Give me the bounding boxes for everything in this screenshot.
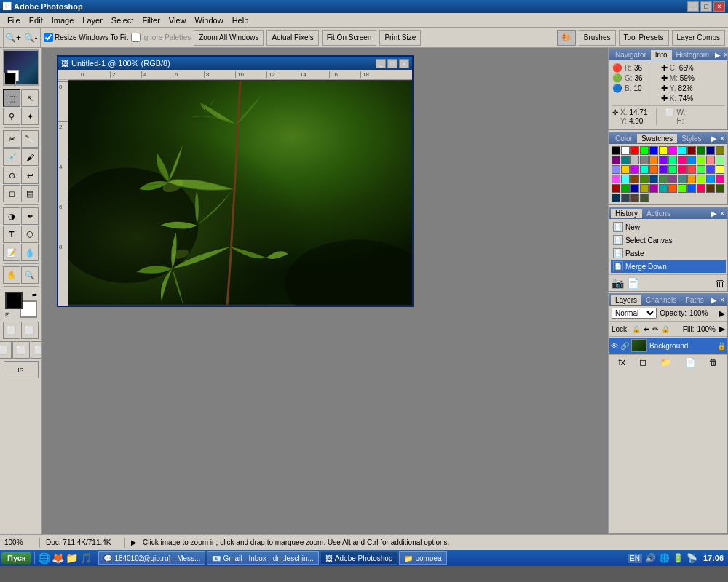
doc-maximize-btn[interactable]: □: [387, 59, 397, 68]
swatch[interactable]: [678, 175, 687, 183]
lock-all-btn[interactable]: 🔒: [661, 325, 670, 333]
ie-icon[interactable]: 🌐: [38, 552, 50, 564]
tab-layers[interactable]: Layers: [611, 295, 641, 305]
swatch[interactable]: [640, 194, 649, 202]
layer-item-background[interactable]: 👁 🔗 Background 🔒: [609, 338, 727, 354]
swatch[interactable]: [649, 175, 658, 183]
swatch[interactable]: [687, 146, 696, 155]
add-style-btn[interactable]: fx: [618, 357, 625, 367]
delete-layer-btn[interactable]: 🗑: [709, 357, 718, 367]
move-tool[interactable]: ↖: [21, 89, 39, 107]
quick-mask-btn[interactable]: ⬜: [21, 322, 39, 339]
tab-info[interactable]: Info: [651, 50, 672, 60]
swatch[interactable]: [612, 194, 620, 202]
hand-tool[interactable]: ✋: [3, 266, 20, 284]
start-button[interactable]: Пуск: [1, 552, 31, 564]
swatch[interactable]: [621, 194, 630, 202]
text-tool[interactable]: T: [3, 226, 20, 243]
menu-view[interactable]: View: [165, 15, 191, 26]
menu-select[interactable]: Select: [107, 15, 138, 26]
brushes-button[interactable]: Brushes: [579, 30, 616, 46]
eyedropper-tool[interactable]: 💧: [21, 244, 39, 261]
menu-help[interactable]: Help: [228, 15, 253, 26]
swatch[interactable]: [621, 165, 630, 174]
tab-actions[interactable]: Actions: [642, 209, 675, 218]
swatch[interactable]: [678, 146, 687, 155]
history-item-new[interactable]: 📄 New: [611, 220, 726, 234]
layers-close-btn[interactable]: ×: [719, 296, 726, 304]
actual-pixels-button[interactable]: Actual Pixels: [266, 30, 318, 46]
tray-icon-4[interactable]: 📡: [687, 553, 697, 563]
swatch[interactable]: [716, 156, 724, 164]
swatch[interactable]: [621, 184, 630, 193]
swatch[interactable]: [659, 156, 668, 164]
history-menu-btn[interactable]: ▶: [710, 210, 719, 218]
swatch[interactable]: [668, 165, 677, 174]
swatch[interactable]: [697, 156, 705, 164]
fg-bg-colors[interactable]: ⇄ ⊡: [5, 292, 37, 318]
zoom-out-icon[interactable]: 🔍-: [23, 30, 39, 46]
swatch[interactable]: [687, 184, 696, 193]
healing-tool[interactable]: 💉: [3, 148, 20, 166]
eraser-tool[interactable]: ◻: [3, 185, 20, 202]
media-icon[interactable]: 🎵: [79, 552, 92, 564]
swatch[interactable]: [640, 146, 649, 155]
crop-tool[interactable]: ✂: [3, 130, 20, 148]
canvas-area[interactable]: 🖼 Untitled-1 @ 100% (RGB/8) _ □ × 0 2 4 …: [42, 48, 608, 534]
screen-mode-1[interactable]: ⬜: [0, 341, 12, 359]
swatch[interactable]: [630, 165, 639, 174]
lock-pos-btn[interactable]: ⬅: [644, 325, 649, 333]
layer-comps-button[interactable]: Layer Comps: [672, 30, 725, 46]
swatch[interactable]: [687, 165, 696, 174]
swatch[interactable]: [697, 175, 705, 183]
swatch[interactable]: [697, 184, 705, 193]
document-canvas[interactable]: [68, 80, 412, 306]
lock-paint-btn[interactable]: ✏: [652, 325, 658, 333]
swatch[interactable]: [630, 184, 639, 193]
swatch[interactable]: [678, 165, 687, 174]
history-close-btn[interactable]: ×: [719, 210, 726, 218]
dodge-tool[interactable]: ◑: [3, 207, 20, 225]
tool-presets-button[interactable]: Tool Presets: [619, 30, 669, 46]
menu-image[interactable]: Image: [47, 15, 79, 26]
tray-icon-2[interactable]: 🌐: [659, 553, 670, 563]
screen-mode-2[interactable]: ⬜: [12, 341, 30, 359]
tray-icon-3[interactable]: 🔋: [673, 553, 684, 563]
shape-tool[interactable]: ⬡: [21, 226, 39, 243]
taskbar-photoshop-btn[interactable]: 🖼 Adobe Photoshop: [320, 551, 398, 565]
blend-mode-select[interactable]: Normal: [612, 308, 657, 319]
add-mask-btn[interactable]: ◻: [639, 357, 646, 367]
tab-color[interactable]: Color: [611, 134, 637, 143]
slice-tool[interactable]: 🔪: [21, 130, 39, 148]
swatch[interactable]: [630, 146, 639, 155]
gradient-tool[interactable]: ▤: [21, 185, 39, 202]
swatch[interactable]: [630, 175, 639, 183]
swatch[interactable]: [649, 156, 658, 164]
tab-navigator[interactable]: Navigator: [611, 50, 651, 60]
layers-menu-btn[interactable]: ▶: [710, 296, 719, 304]
magic-wand-tool[interactable]: ✦: [21, 108, 39, 125]
taskbar-qip-btn[interactable]: 💬 1840102@qip.ru] - Mess...: [98, 551, 205, 565]
swatch[interactable]: [659, 175, 668, 183]
zoom-tool[interactable]: 🔍: [21, 266, 39, 284]
swatch[interactable]: [649, 146, 658, 155]
menu-layer[interactable]: Layer: [78, 15, 107, 26]
lock-pixels-btn[interactable]: 🔒: [632, 325, 641, 333]
resize-windows-check[interactable]: Resize Windows To Fit: [44, 33, 128, 42]
swatch[interactable]: [687, 175, 696, 183]
swatch[interactable]: [716, 184, 724, 193]
swatch[interactable]: [640, 165, 649, 174]
lasso-tool[interactable]: ⚲: [3, 108, 20, 125]
new-group-btn[interactable]: 📁: [660, 357, 671, 367]
swatch[interactable]: [621, 146, 630, 155]
swatch[interactable]: [612, 165, 620, 174]
doc-minimize-btn[interactable]: _: [376, 59, 386, 68]
swatch[interactable]: [678, 156, 687, 164]
history-new-doc-btn[interactable]: 📄: [627, 277, 639, 289]
tab-channels[interactable]: Channels: [641, 295, 681, 305]
fit-on-screen-button[interactable]: Fit On Screen: [322, 30, 377, 46]
menu-file[interactable]: File: [3, 15, 25, 26]
ignore-palettes-check[interactable]: Ignore Palettes: [131, 33, 191, 42]
clone-tool[interactable]: ⊙: [3, 167, 20, 184]
swatch[interactable]: [678, 184, 687, 193]
